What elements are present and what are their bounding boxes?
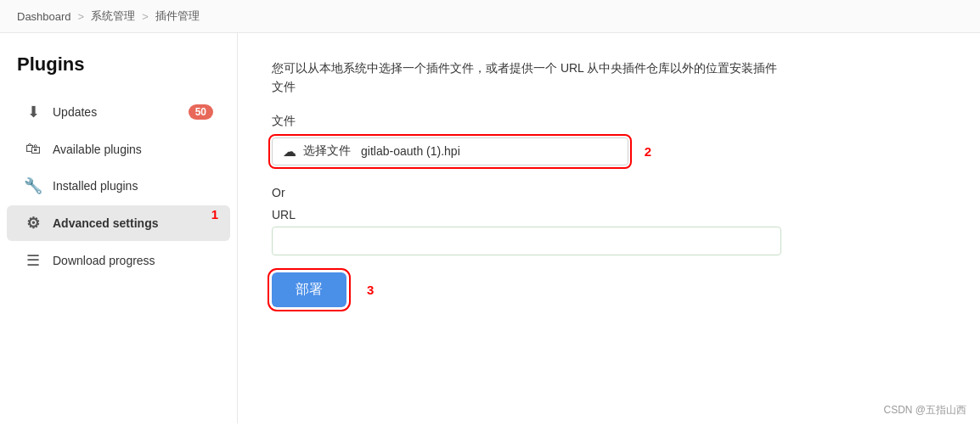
deploy-btn-wrapper: 部署 <box>272 272 346 307</box>
upload-icon: ☁ <box>283 143 296 160</box>
url-input[interactable] <box>272 227 781 255</box>
breadcrumb-dashboard[interactable]: Dashboard <box>17 10 71 23</box>
download-icon: ⬇ <box>24 103 42 121</box>
sidebar-item-advanced-settings[interactable]: ⚙ Advanced settings 1 <box>7 205 230 241</box>
sidebar-item-label: Advanced settings <box>53 216 213 230</box>
sidebar-item-label: Updates <box>53 105 178 119</box>
chosen-filename: gitlab-oauth (1).hpi <box>361 144 617 158</box>
updates-badge: 50 <box>189 104 213 120</box>
sidebar-item-download-progress[interactable]: ☰ Download progress <box>7 243 230 278</box>
content-area: 您可以从本地系统中选择一个插件文件，或者提供一个 URL 从中央插件仓库以外的位… <box>238 33 980 423</box>
annotation-2: 2 <box>645 144 651 159</box>
sidebar-item-installed-plugins[interactable]: 🔧 Installed plugins <box>7 168 230 204</box>
gear-icon: 🔧 <box>24 177 42 195</box>
main-layout: Plugins ⬇ Updates 50 🛍 Available plugins… <box>0 33 980 423</box>
url-label: URL <box>272 208 946 221</box>
list-icon: ☰ <box>24 251 42 270</box>
or-text: Or <box>272 186 946 199</box>
choose-file-label: 选择文件 <box>303 143 351 159</box>
sidebar-item-label: Available plugins <box>53 143 213 156</box>
shop-icon: 🛍 <box>24 140 42 158</box>
sidebar: Plugins ⬇ Updates 50 🛍 Available plugins… <box>0 33 238 423</box>
content-description: 您可以从本地系统中选择一个插件文件，或者提供一个 URL 从中央插件仓库以外的位… <box>272 59 781 97</box>
settings-icon: ⚙ <box>24 214 42 233</box>
choose-file-button[interactable]: ☁ 选择文件 <box>283 143 351 160</box>
annotation-1: 1 <box>211 207 218 221</box>
sidebar-item-available-plugins[interactable]: 🛍 Available plugins <box>7 132 230 166</box>
annotation-3: 3 <box>367 283 374 297</box>
breadcrumb-sep-2: > <box>142 10 149 23</box>
breadcrumb: Dashboard > 系统管理 > 插件管理 <box>0 0 980 33</box>
file-section-label: 文件 <box>272 114 946 129</box>
deploy-row: 部署 3 <box>272 272 946 307</box>
sidebar-item-label: Installed plugins <box>53 179 213 193</box>
file-input-row[interactable]: ☁ 选择文件 gitlab-oauth (1).hpi 2 <box>272 137 628 165</box>
breadcrumb-current: 插件管理 <box>155 8 200 24</box>
deploy-button[interactable]: 部署 <box>272 272 346 307</box>
breadcrumb-system-mgmt[interactable]: 系统管理 <box>91 8 135 24</box>
breadcrumb-sep-1: > <box>78 10 85 23</box>
sidebar-title: Plugins <box>0 53 237 92</box>
watermark: CSDN @五指山西 <box>883 403 966 418</box>
sidebar-item-label: Download progress <box>53 254 213 267</box>
sidebar-item-updates[interactable]: ⬇ Updates 50 <box>7 94 230 130</box>
